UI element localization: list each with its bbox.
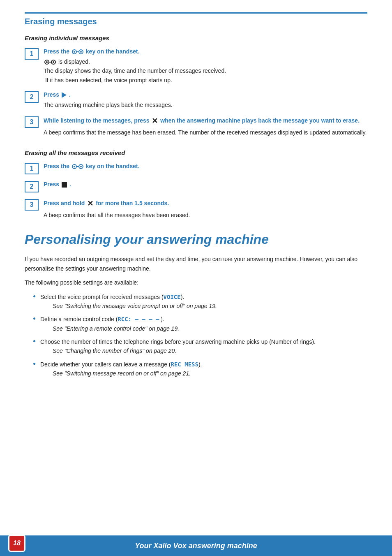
see-recmess: See "Switching message record on or off"… (53, 369, 367, 378)
step-instr-before: Press (44, 91, 61, 98)
step-number: 1 (30, 165, 34, 172)
step-instr-after: key on the handset. (86, 163, 140, 169)
bullet-recmess: Decide whether your callers can leave a … (33, 360, 367, 378)
step-content-3: While listening to the messages, press ✕… (44, 116, 367, 137)
all-steps: 1 Press the (25, 162, 367, 220)
svg-point-14 (80, 166, 82, 167)
x-icon: ✕ (152, 116, 158, 127)
step-instr-after: . (69, 91, 71, 98)
bullet-voice: Select the voice prompt for received mes… (33, 292, 367, 311)
subsection-all: Erasing all the messages received 1 Pres… (25, 149, 367, 220)
step-num-box-all-1: 1 (25, 163, 39, 174)
bullet-rings: Choose the number of times the telephone… (33, 337, 367, 356)
individual-steps: 1 Press the (25, 47, 367, 137)
step-number: 2 (30, 93, 34, 101)
footer-text: Your Xalio Vox answering machine (135, 542, 257, 550)
step-num-box-3: 3 (25, 116, 39, 128)
subsection-individual: Erasing individual messages 1 Press the (25, 35, 367, 137)
step-desc-all-3: A beep confirms that all the messages ha… (44, 211, 367, 220)
personalising-intro-1: If you have recorded an outgoing message… (25, 255, 367, 273)
step-individual-1: 1 Press the (25, 47, 367, 85)
step-instruction-all-1: Press the key on the hand (44, 162, 367, 171)
page-content: Erasing messages Erasing individual mess… (0, 0, 392, 419)
step-number: 3 (30, 201, 34, 208)
step-instr-before: Press the (44, 163, 71, 169)
subsection-individual-title: Erasing individual messages (25, 35, 367, 42)
step-num-box-all-3: 3 (25, 199, 39, 211)
svg-point-4 (80, 51, 82, 53)
msg-icon-inline (44, 59, 56, 65)
step-content-all-2: Press . (44, 180, 367, 189)
step-all-2: 2 Press . (25, 180, 367, 192)
step-num-box-all-2: 2 (25, 181, 39, 192)
step-instruction-3: While listening to the messages, press ✕… (44, 116, 367, 127)
step-content-all-1: Press the key on the hand (44, 162, 367, 171)
step-all-1: 1 Press the (25, 162, 367, 174)
page-num-badge: 18 (8, 535, 25, 552)
see-voice: See "Switching the message voice prompt … (53, 301, 367, 310)
step-number: 2 (30, 183, 34, 190)
step-instruction-2: Press . (44, 90, 367, 99)
step-instruction-all-2: Press . (44, 180, 367, 189)
step-individual-2: 2 Press . The answering machine plays ba… (25, 90, 367, 109)
step-all-3: 3 Press and hold ✕ for more than 1.5 sec… (25, 198, 367, 220)
svg-point-9 (53, 61, 54, 63)
step-instr-after: . (69, 181, 71, 188)
step-desc-2: The answering machine plays back the mes… (44, 100, 367, 109)
step-number: 3 (30, 118, 34, 126)
svg-point-3 (74, 51, 75, 53)
step-number: 1 (30, 50, 34, 58)
code-rcc: RCC: – – – – (118, 316, 159, 322)
step-desc-1: is displayed. The display shows the day,… (44, 57, 367, 85)
step-desc-3: A beep confirms that the message has bee… (44, 128, 367, 137)
footer: 18 Your Xalio Vox answering machine (0, 535, 392, 556)
erasing-messages-section: Erasing messages Erasing individual mess… (25, 12, 367, 220)
step-instr-before: Press (44, 181, 61, 188)
see-rings: See "Changing the number of rings" on pa… (53, 346, 367, 355)
personalising-bullets: Select the voice prompt for received mes… (33, 292, 367, 378)
step-num-box-2: 2 (25, 91, 39, 103)
stop-icon (62, 182, 67, 188)
step-content-all-3: Press and hold ✕ for more than 1.5 secon… (44, 198, 367, 220)
bullet-rcc: Define a remote control code (RCC: – – –… (33, 315, 367, 333)
msg-icon (72, 49, 83, 55)
step-instruction-1: Press the key on the hand (44, 47, 367, 56)
step-content-1: Press the key on the hand (44, 47, 367, 85)
msg-icon-all (72, 163, 83, 170)
step-instruction-all-3: Press and hold ✕ for more than 1.5 secon… (44, 198, 367, 209)
step-instr-after: key on the handset. (86, 48, 140, 55)
x-icon-all: ✕ (87, 198, 93, 209)
step-instr-before: Press the (44, 48, 71, 55)
personalising-intro-2: The following possible settings are avai… (25, 278, 367, 287)
code-voice: VOICE (164, 294, 181, 300)
step-individual-3: 3 While listening to the messages, press… (25, 116, 367, 137)
play-icon (62, 92, 67, 98)
personalising-section: Personalising your answering machine If … (25, 232, 367, 378)
step-content-2: Press . The answering machine plays back… (44, 90, 367, 109)
page-number: 18 (13, 540, 21, 547)
step-num-box-1: 1 (25, 48, 39, 60)
svg-point-8 (46, 61, 48, 63)
section-title-personalising: Personalising your answering machine (25, 232, 367, 247)
svg-point-13 (74, 166, 75, 167)
subsection-all-title: Erasing all the messages received (25, 149, 367, 156)
see-rcc: See "Entering a remote control code" on … (53, 324, 367, 333)
code-recmess: REC MESS (171, 361, 198, 368)
section-title-erasing: Erasing messages (25, 12, 367, 26)
page-num-badge-inner: 18 (9, 536, 24, 551)
